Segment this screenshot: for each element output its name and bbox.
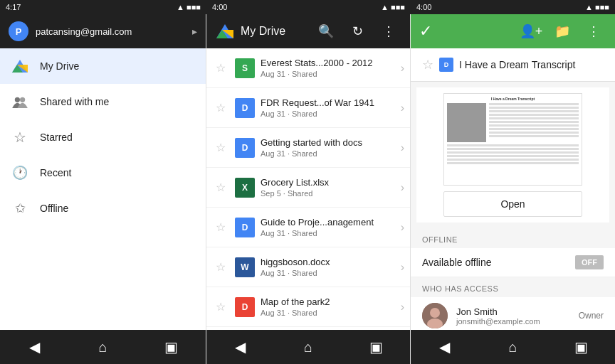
file-type-icon: D	[235, 98, 255, 118]
account-email: patcansing@gmail.com	[36, 26, 185, 37]
preview-star-icon[interactable]: ☆	[422, 57, 433, 73]
status-icons-left: ▲ ■■■	[177, 3, 201, 11]
file-star-icon[interactable]: ☆	[212, 220, 229, 234]
access-row-jon: Jon Smith jonsmith@example.com Owner	[411, 297, 615, 330]
file-item[interactable]: ☆ S Everest Stats...2000 - 2012 Aug 31 ·…	[206, 48, 410, 88]
document-preview-image: I Have a Dream Transcript	[443, 93, 582, 186]
recents-button-mid[interactable]: ▣	[362, 333, 390, 361]
file-arrow-icon: ›	[401, 261, 404, 274]
file-type-icon: D	[235, 218, 255, 237]
file-arrow-icon: ›	[401, 301, 404, 314]
file-info: Getting started with docs Aug 31 · Share…	[261, 137, 401, 158]
offline-toggle[interactable]: OFF	[575, 255, 604, 269]
user-role-jon: Owner	[579, 311, 604, 321]
file-item[interactable]: ☆ D Map of the park2 Aug 31 · Shared ›	[206, 287, 410, 327]
open-button[interactable]: Open	[443, 191, 582, 217]
user-name-jon: Jon Smith	[456, 306, 579, 317]
status-bar-right: 4:00 ▲ ■■■	[411, 0, 615, 14]
file-type-icon: D	[235, 297, 255, 317]
preview-title: I Have a Dream Transcript	[459, 59, 604, 70]
file-star-icon[interactable]: ☆	[212, 61, 229, 75]
file-info: FDR Request...of War 1941 Aug 31 · Share…	[261, 97, 401, 118]
starred-icon: ☆	[11, 129, 28, 146]
file-item[interactable]: ☆ W higgsboson.docx Aug 31 · Shared ›	[206, 247, 410, 287]
home-button-mid[interactable]: ⌂	[294, 333, 322, 361]
more-options-button[interactable]: ⋮	[376, 18, 401, 44]
status-bar-left: 4:17 ▲ ■■■	[0, 0, 206, 14]
left-nav: My Drive Shared with me ☆ Starred 🕐 Rece…	[0, 48, 206, 330]
avatar-jon	[422, 303, 448, 328]
back-button-left[interactable]: ◀	[20, 333, 48, 361]
file-info: higgsboson.docx Aug 31 · Shared	[261, 257, 401, 277]
right-content: ☆ D I Have a Dream Transcript I Have a D…	[411, 48, 615, 330]
sidebar-item-label-my-drive: My Drive	[40, 60, 79, 72]
sidebar-item-starred[interactable]: ☆ Starred	[0, 119, 206, 155]
who-has-access-header: WHO HAS ACCESS	[411, 277, 615, 297]
file-meta: Aug 31 · Shared	[261, 309, 401, 317]
file-item[interactable]: ☆ D FDR Request...of War 1941 Aug 31 · S…	[206, 88, 410, 128]
search-button[interactable]: 🔍	[313, 18, 339, 44]
doc-preview-content: I Have a Dream Transcript	[444, 94, 582, 185]
file-name: Guide to Proje...anagement	[261, 217, 374, 228]
back-button-mid[interactable]: ◀	[226, 333, 255, 361]
left-bottom-nav: ◀ ⌂ ▣	[0, 330, 206, 364]
file-star-icon[interactable]: ☆	[212, 141, 229, 154]
sidebar-item-label-starred: Starred	[40, 132, 73, 143]
file-type-icon: D	[235, 138, 255, 158]
file-name: Everest Stats...2000 - 2012	[261, 58, 374, 68]
file-meta: Aug 31 · Shared	[261, 269, 401, 277]
file-name: Map of the park2	[261, 296, 374, 307]
sidebar-item-shared-with-me[interactable]: Shared with me	[0, 84, 206, 119]
recent-icon: 🕐	[11, 164, 28, 181]
file-item[interactable]: ☆ X Grocery List.xlsx Sep 5 · Shared ›	[206, 168, 410, 208]
svg-point-9	[430, 308, 440, 318]
account-header[interactable]: P patcansing@gmail.com ▸	[0, 14, 206, 48]
file-item[interactable]: ☆ D Getting started with docs Aug 31 · S…	[206, 128, 410, 168]
mid-panel: My Drive 🔍 ↻ ⋮ ☆ S Everest Stats...2000 …	[206, 14, 411, 364]
mid-header: My Drive 🔍 ↻ ⋮	[206, 14, 410, 48]
right-header: ✓ 👤+ 📁 ⋮	[411, 14, 615, 48]
mid-bottom-nav: ◀ ⌂ ▣	[206, 330, 410, 364]
preview-doc-icon: D	[439, 58, 453, 72]
file-arrow-icon: ›	[401, 181, 404, 194]
add-person-button[interactable]: 👤+	[518, 18, 544, 44]
home-button-right[interactable]: ⌂	[498, 333, 527, 361]
file-meta: Aug 31 · Shared	[261, 149, 401, 158]
sidebar-item-offline[interactable]: ✩ Offline	[0, 191, 206, 226]
sync-button[interactable]: ↻	[345, 18, 370, 44]
file-arrow-icon: ›	[401, 221, 404, 234]
file-name: FDR Request...of War 1941	[261, 97, 374, 108]
file-type-icon: W	[235, 257, 255, 277]
file-list: ☆ S Everest Stats...2000 - 2012 Aug 31 ·…	[206, 48, 410, 330]
file-info: Map of the park2 Aug 31 · Shared	[261, 296, 401, 317]
sidebar-item-my-drive[interactable]: My Drive	[0, 48, 206, 84]
mid-header-icons: 🔍 ↻ ⋮	[313, 18, 401, 44]
available-offline-label: Available offline	[422, 257, 575, 268]
file-meta: Sep 5 · Shared	[261, 189, 401, 198]
status-time-left: 4:17	[6, 3, 21, 11]
file-star-icon[interactable]: ☆	[212, 101, 229, 114]
file-star-icon[interactable]: ☆	[212, 260, 229, 274]
svg-point-3	[15, 97, 20, 102]
recents-button-right[interactable]: ▣	[567, 333, 595, 361]
file-star-icon[interactable]: ☆	[212, 300, 229, 314]
home-button-left[interactable]: ⌂	[88, 333, 117, 361]
back-button-right[interactable]: ◀	[431, 333, 459, 361]
file-info: Everest Stats...2000 - 2012 Aug 31 · Sha…	[261, 58, 401, 78]
sidebar-item-recent[interactable]: 🕐 Recent	[0, 155, 206, 191]
account-logo: P	[9, 21, 28, 41]
right-panel: ✓ 👤+ 📁 ⋮ ☆ D I Have a Dream Transcript I…	[411, 14, 615, 364]
folder-button[interactable]: 📁	[550, 18, 575, 44]
my-drive-icon	[11, 58, 28, 75]
status-icons-mid: ▲ ■■■	[381, 3, 405, 11]
right-header-icons: 👤+ 📁 ⋮	[518, 18, 606, 44]
left-panel: P patcansing@gmail.com ▸ My Drive Shared…	[0, 14, 206, 364]
right-more-button[interactable]: ⋮	[581, 18, 606, 44]
right-bottom-nav: ◀ ⌂ ▣	[411, 330, 615, 364]
recents-button-left[interactable]: ▣	[157, 333, 186, 361]
file-info: Guide to Proje...anagement Aug 31 · Shar…	[261, 217, 401, 237]
file-star-icon[interactable]: ☆	[212, 181, 229, 194]
drive-logo-icon	[215, 21, 235, 41]
file-arrow-icon: ›	[401, 62, 404, 75]
file-item[interactable]: ☆ D Guide to Proje...anagement Aug 31 · …	[206, 208, 410, 247]
